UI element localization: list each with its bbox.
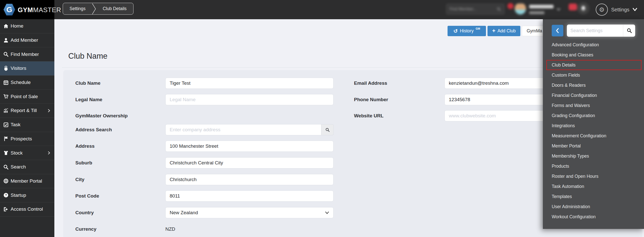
sidebar-item-task[interactable]: Task xyxy=(0,118,54,132)
history-button[interactable]: ↺ History GM xyxy=(448,26,486,36)
club-name-input[interactable] xyxy=(165,78,334,89)
calendar-icon xyxy=(3,79,9,85)
settings-item-integrations[interactable]: Integrations xyxy=(543,121,644,131)
add-member-icon xyxy=(3,37,9,43)
settings-item-club-details[interactable]: Club Details xyxy=(546,60,641,70)
sign-out-icon xyxy=(3,206,9,212)
field-label-club-name: Club Name xyxy=(75,78,164,89)
country-select[interactable]: New Zealand xyxy=(165,207,334,218)
address-search-search-button[interactable] xyxy=(321,124,334,135)
sidebar-item-member-portal[interactable]: Member Portal xyxy=(0,174,54,188)
sidebar-item-home[interactable]: Home xyxy=(0,19,54,33)
sidebar-item-prospects[interactable]: Prospects xyxy=(0,132,54,146)
sidebar-item-label: Member Portal xyxy=(11,178,42,184)
sidebar-item-label: Add Member xyxy=(11,37,38,43)
breadcrumb-item-settings[interactable]: Settings xyxy=(63,3,92,14)
chevron-left-icon xyxy=(555,28,560,33)
breadcrumb-separator-icon xyxy=(92,3,96,14)
globe-icon xyxy=(3,178,9,184)
field-label-legal-name: Legal Name xyxy=(75,94,164,105)
plus-icon: + xyxy=(492,28,496,34)
settings-item-workout-configuration[interactable]: Workout Configuration xyxy=(543,212,644,222)
sidebar-item-point-of-sale[interactable]: Point of Sale xyxy=(0,90,54,104)
history-icon: ↺ xyxy=(453,28,458,34)
sidebar-item-label: Prospects xyxy=(11,136,32,142)
bell-icon[interactable] xyxy=(577,2,589,14)
search-icon xyxy=(3,164,9,170)
sidebar-item-search[interactable]: Search xyxy=(0,160,54,174)
breadcrumb: Settings Club Details xyxy=(63,3,134,15)
sidebar-item-label: Schedule xyxy=(11,80,31,85)
suburb-input[interactable] xyxy=(165,157,334,168)
help-circle-icon: ? xyxy=(3,192,9,198)
breadcrumb-item-club-details[interactable]: Club Details xyxy=(96,3,133,14)
settings-item-forms-and-waivers[interactable]: Forms and Waivers xyxy=(543,100,644,111)
address-search-input[interactable] xyxy=(165,124,321,135)
find-member-placeholder: Find Member... xyxy=(450,7,497,11)
currency-value: NZD xyxy=(165,224,175,235)
sidebar-item-label: Visitors xyxy=(11,66,26,71)
settings-item-templates[interactable]: Templates xyxy=(543,191,644,202)
user-avatar[interactable] xyxy=(514,2,527,15)
find-member-input[interactable]: Find Member... xyxy=(446,4,504,14)
settings-item-financial-configuration[interactable]: Financial Configuration xyxy=(543,90,644,100)
flag-icon xyxy=(3,136,9,142)
sidebar-item-label: Find Member xyxy=(11,52,39,57)
logo-hexagon-icon: G xyxy=(4,4,15,16)
sidebar-item-label: Stock xyxy=(11,150,23,156)
settings-item-booking-and-classes[interactable]: Booking and Classes xyxy=(543,50,644,60)
settings-item-doors-readers[interactable]: Doors & Readers xyxy=(543,80,644,90)
user-name-blurred xyxy=(529,5,553,8)
settings-item-user-administration[interactable]: User Administration xyxy=(543,202,644,212)
city-input[interactable] xyxy=(165,174,334,185)
field-label-country: Country xyxy=(75,207,164,218)
settings-search-button[interactable] xyxy=(623,25,635,37)
chart-icon xyxy=(3,107,9,114)
field-label-currency: Currency xyxy=(75,224,164,235)
settings-item-measurement-configuration[interactable]: Measurement Configuration xyxy=(543,131,644,141)
chevron-down-icon[interactable] xyxy=(557,7,561,12)
legal-name-input[interactable] xyxy=(165,94,334,105)
notification-badge xyxy=(569,4,577,10)
sidebar-item-label: Point of Sale xyxy=(11,94,38,99)
sidebar-item-label: Home xyxy=(11,23,24,29)
settings-item-roster-and-open-hours[interactable]: Roster and Open Hours xyxy=(543,171,644,181)
app-logo[interactable]: G GYMMASTER xyxy=(0,0,54,19)
settings-item-task-automation[interactable]: Task Automation xyxy=(543,181,644,191)
settings-item-member-portal[interactable]: Member Portal xyxy=(543,141,644,151)
add-club-button[interactable]: + Add Club xyxy=(487,26,520,36)
sidebar-item-find-member[interactable]: Find Member xyxy=(0,47,54,61)
settings-item-products[interactable]: Products xyxy=(543,161,644,171)
address-input[interactable] xyxy=(165,141,334,152)
country-selected-value: New Zealand xyxy=(170,210,198,216)
collapse-panel-button[interactable] xyxy=(552,25,563,36)
settings-menu-label: Settings xyxy=(611,7,629,13)
sidebar-item-add-member[interactable]: Add Member xyxy=(0,33,54,48)
sidebar-item-visitors[interactable]: Visitors xyxy=(0,61,54,76)
field-label-post-code: Post Code xyxy=(75,190,164,202)
field-label-website-url: Website URL xyxy=(354,110,442,121)
sidebar-item-access-control[interactable]: Access Control xyxy=(0,202,54,217)
settings-menu-button[interactable]: ⚙ Settings xyxy=(596,0,637,19)
search-icon xyxy=(627,28,632,33)
chevron-right-icon xyxy=(47,109,51,113)
sidebar-item-label: Task xyxy=(11,122,20,127)
sidebar-item-label: Report & Till xyxy=(11,108,37,113)
settings-item-advanced-configuration[interactable]: Advanced Configuration xyxy=(543,40,644,50)
page-title: Club Name xyxy=(68,52,107,61)
post-code-input[interactable] xyxy=(165,190,334,202)
sidebar-item-label: Search xyxy=(11,164,26,170)
settings-item-custom-fields[interactable]: Custom Fields xyxy=(543,70,644,80)
settings-item-grading-configuration[interactable]: Grading Configuration xyxy=(543,111,644,121)
settings-search-input[interactable] xyxy=(567,25,623,37)
chevron-right-icon xyxy=(47,151,51,155)
sidebar-item-startup[interactable]: ?Startup xyxy=(0,188,54,202)
settings-panel: Advanced ConfigurationBooking and Classe… xyxy=(543,19,644,229)
check-square-icon xyxy=(3,122,9,128)
sidebar-item-stock[interactable]: Stock xyxy=(0,146,54,160)
search-icon xyxy=(325,127,330,132)
sidebar-item-schedule[interactable]: Schedule xyxy=(0,76,54,90)
sidebar-item-report-till[interactable]: Report & Till xyxy=(0,104,54,118)
home-icon xyxy=(3,23,9,29)
settings-item-membership-types[interactable]: Membership Types xyxy=(543,151,644,161)
